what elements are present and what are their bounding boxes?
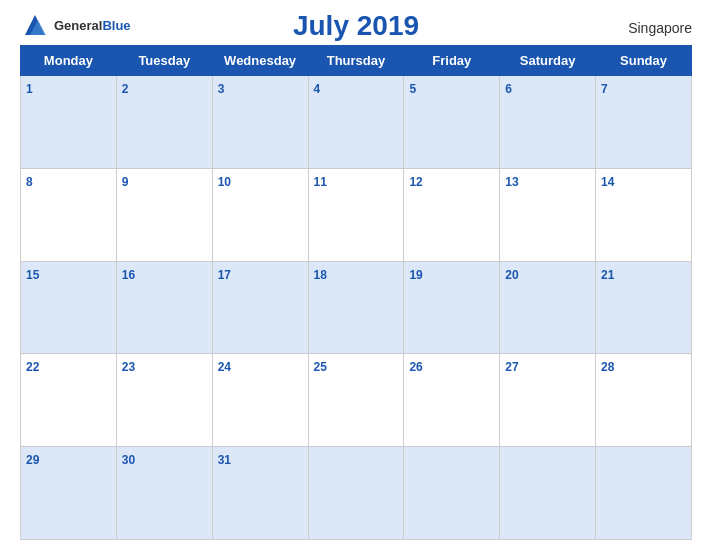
day-number: 10 xyxy=(218,175,231,189)
calendar-cell: 7 xyxy=(596,76,692,169)
day-number: 23 xyxy=(122,360,135,374)
day-number: 7 xyxy=(601,82,608,96)
calendar-cell: 13 xyxy=(500,168,596,261)
calendar-cell xyxy=(308,447,404,540)
weekday-monday: Monday xyxy=(21,46,117,76)
calendar-cell: 1 xyxy=(21,76,117,169)
calendar-week-3: 15161718192021 xyxy=(21,261,692,354)
calendar-cell: 29 xyxy=(21,447,117,540)
calendar-week-5: 293031 xyxy=(21,447,692,540)
calendar-cell: 14 xyxy=(596,168,692,261)
day-number: 15 xyxy=(26,268,39,282)
calendar-cell: 20 xyxy=(500,261,596,354)
calendar-cell: 10 xyxy=(212,168,308,261)
day-number: 25 xyxy=(314,360,327,374)
day-number: 19 xyxy=(409,268,422,282)
calendar-cell: 27 xyxy=(500,354,596,447)
day-number: 13 xyxy=(505,175,518,189)
weekday-sunday: Sunday xyxy=(596,46,692,76)
day-number: 21 xyxy=(601,268,614,282)
logo-text-general: General xyxy=(54,18,102,33)
logo-text-blue: Blue xyxy=(102,18,130,33)
calendar-cell: 30 xyxy=(116,447,212,540)
calendar-week-2: 891011121314 xyxy=(21,168,692,261)
calendar-cell xyxy=(596,447,692,540)
logo: GeneralBlue xyxy=(20,10,131,40)
calendar-cell: 11 xyxy=(308,168,404,261)
calendar-cell: 24 xyxy=(212,354,308,447)
day-number: 29 xyxy=(26,453,39,467)
day-number: 22 xyxy=(26,360,39,374)
calendar-cell: 6 xyxy=(500,76,596,169)
day-number: 6 xyxy=(505,82,512,96)
day-number: 2 xyxy=(122,82,129,96)
calendar-week-4: 22232425262728 xyxy=(21,354,692,447)
weekday-friday: Friday xyxy=(404,46,500,76)
logo-icon xyxy=(20,10,50,40)
calendar-cell: 15 xyxy=(21,261,117,354)
calendar-cell: 31 xyxy=(212,447,308,540)
day-number: 27 xyxy=(505,360,518,374)
calendar-cell: 23 xyxy=(116,354,212,447)
calendar-cell xyxy=(404,447,500,540)
calendar-cell: 28 xyxy=(596,354,692,447)
calendar-cell: 2 xyxy=(116,76,212,169)
weekday-tuesday: Tuesday xyxy=(116,46,212,76)
day-number: 24 xyxy=(218,360,231,374)
calendar-cell: 19 xyxy=(404,261,500,354)
calendar-cell xyxy=(500,447,596,540)
calendar-title: July 2019 xyxy=(293,10,419,42)
calendar-cell: 26 xyxy=(404,354,500,447)
day-number: 11 xyxy=(314,175,327,189)
calendar-cell: 5 xyxy=(404,76,500,169)
day-number: 30 xyxy=(122,453,135,467)
calendar-cell: 18 xyxy=(308,261,404,354)
day-number: 16 xyxy=(122,268,135,282)
day-number: 3 xyxy=(218,82,225,96)
calendar-cell: 8 xyxy=(21,168,117,261)
day-number: 1 xyxy=(26,82,33,96)
calendar-body: 1234567891011121314151617181920212223242… xyxy=(21,76,692,540)
day-number: 18 xyxy=(314,268,327,282)
calendar-cell: 21 xyxy=(596,261,692,354)
weekday-wednesday: Wednesday xyxy=(212,46,308,76)
weekday-thursday: Thursday xyxy=(308,46,404,76)
calendar-cell: 9 xyxy=(116,168,212,261)
calendar-cell: 4 xyxy=(308,76,404,169)
calendar-cell: 3 xyxy=(212,76,308,169)
day-number: 4 xyxy=(314,82,321,96)
day-number: 31 xyxy=(218,453,231,467)
month-year-heading: July 2019 xyxy=(293,10,419,42)
calendar-table: MondayTuesdayWednesdayThursdayFridaySatu… xyxy=(20,45,692,540)
calendar-cell: 25 xyxy=(308,354,404,447)
weekday-header-row: MondayTuesdayWednesdayThursdayFridaySatu… xyxy=(21,46,692,76)
day-number: 12 xyxy=(409,175,422,189)
page-header: GeneralBlue July 2019 Singapore xyxy=(20,10,692,40)
calendar-cell: 17 xyxy=(212,261,308,354)
calendar-header: MondayTuesdayWednesdayThursdayFridaySatu… xyxy=(21,46,692,76)
day-number: 17 xyxy=(218,268,231,282)
calendar-cell: 22 xyxy=(21,354,117,447)
calendar-cell: 12 xyxy=(404,168,500,261)
country-label: Singapore xyxy=(628,20,692,40)
day-number: 26 xyxy=(409,360,422,374)
day-number: 28 xyxy=(601,360,614,374)
day-number: 8 xyxy=(26,175,33,189)
day-number: 9 xyxy=(122,175,129,189)
day-number: 14 xyxy=(601,175,614,189)
day-number: 5 xyxy=(409,82,416,96)
calendar-cell: 16 xyxy=(116,261,212,354)
calendar-week-1: 1234567 xyxy=(21,76,692,169)
day-number: 20 xyxy=(505,268,518,282)
weekday-saturday: Saturday xyxy=(500,46,596,76)
